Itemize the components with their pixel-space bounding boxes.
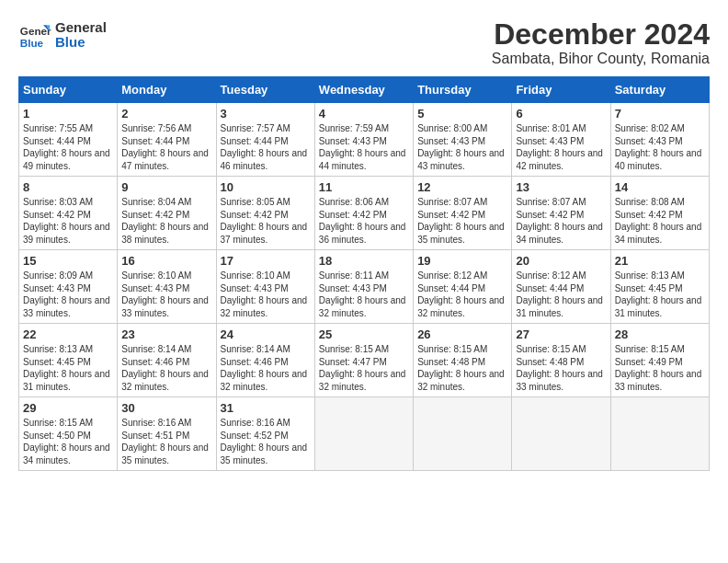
calendar-cell: 10Sunrise: 8:05 AM Sunset: 4:42 PM Dayli… xyxy=(216,177,314,250)
col-header-saturday: Saturday xyxy=(610,77,709,103)
calendar-cell: 26Sunrise: 8:15 AM Sunset: 4:48 PM Dayli… xyxy=(414,324,512,397)
day-number: 25 xyxy=(319,327,409,341)
calendar-cell: 7Sunrise: 8:02 AM Sunset: 4:43 PM Daylig… xyxy=(610,103,709,177)
day-info: Sunrise: 8:15 AM Sunset: 4:48 PM Dayligh… xyxy=(516,343,606,393)
logo-blue: Blue xyxy=(55,35,107,51)
logo: General Blue General Blue xyxy=(18,18,107,52)
day-number: 3 xyxy=(221,107,311,121)
day-info: Sunrise: 7:55 AM Sunset: 4:44 PM Dayligh… xyxy=(23,122,113,172)
day-number: 27 xyxy=(516,327,606,341)
calendar-cell: 17Sunrise: 8:10 AM Sunset: 4:43 PM Dayli… xyxy=(216,250,314,324)
calendar-week-row: 29Sunrise: 8:15 AM Sunset: 4:50 PM Dayli… xyxy=(19,397,710,471)
day-info: Sunrise: 7:57 AM Sunset: 4:44 PM Dayligh… xyxy=(221,122,311,172)
page-header: General Blue General Blue December 2024 … xyxy=(18,18,710,67)
day-number: 28 xyxy=(615,327,705,341)
calendar-cell: 3Sunrise: 7:57 AM Sunset: 4:44 PM Daylig… xyxy=(216,103,314,177)
day-number: 9 xyxy=(121,180,211,194)
day-number: 24 xyxy=(221,327,311,341)
page-subtitle: Sambata, Bihor County, Romania xyxy=(492,51,710,67)
calendar-cell: 29Sunrise: 8:15 AM Sunset: 4:50 PM Dayli… xyxy=(19,397,118,471)
day-info: Sunrise: 8:15 AM Sunset: 4:48 PM Dayligh… xyxy=(417,343,507,393)
col-header-friday: Friday xyxy=(512,77,610,103)
col-header-monday: Monday xyxy=(118,77,216,103)
day-info: Sunrise: 8:05 AM Sunset: 4:42 PM Dayligh… xyxy=(221,196,311,246)
calendar-cell: 27Sunrise: 8:15 AM Sunset: 4:48 PM Dayli… xyxy=(512,324,610,397)
day-info: Sunrise: 7:59 AM Sunset: 4:43 PM Dayligh… xyxy=(319,122,409,172)
day-info: Sunrise: 8:15 AM Sunset: 4:47 PM Dayligh… xyxy=(319,343,409,393)
day-number: 4 xyxy=(319,107,409,121)
day-info: Sunrise: 8:10 AM Sunset: 4:43 PM Dayligh… xyxy=(121,270,211,319)
day-number: 2 xyxy=(121,107,211,121)
calendar-cell: 25Sunrise: 8:15 AM Sunset: 4:47 PM Dayli… xyxy=(314,324,413,397)
day-info: Sunrise: 8:16 AM Sunset: 4:52 PM Dayligh… xyxy=(221,417,311,466)
day-number: 5 xyxy=(417,107,507,121)
day-number: 20 xyxy=(516,254,606,268)
calendar-cell: 23Sunrise: 8:14 AM Sunset: 4:46 PM Dayli… xyxy=(118,324,216,397)
day-number: 31 xyxy=(221,401,311,415)
day-info: Sunrise: 8:16 AM Sunset: 4:51 PM Dayligh… xyxy=(121,417,211,466)
day-number: 26 xyxy=(417,327,507,341)
day-number: 22 xyxy=(23,327,113,341)
day-info: Sunrise: 8:02 AM Sunset: 4:43 PM Dayligh… xyxy=(615,122,705,172)
day-number: 29 xyxy=(23,401,113,415)
day-info: Sunrise: 8:13 AM Sunset: 4:45 PM Dayligh… xyxy=(23,343,113,393)
calendar-cell: 8Sunrise: 8:03 AM Sunset: 4:42 PM Daylig… xyxy=(19,177,118,250)
col-header-tuesday: Tuesday xyxy=(216,77,314,103)
calendar-week-row: 22Sunrise: 8:13 AM Sunset: 4:45 PM Dayli… xyxy=(19,324,710,397)
calendar-cell: 5Sunrise: 8:00 AM Sunset: 4:43 PM Daylig… xyxy=(414,103,512,177)
day-number: 8 xyxy=(23,180,113,194)
day-info: Sunrise: 8:03 AM Sunset: 4:42 PM Dayligh… xyxy=(23,196,113,246)
calendar-header-row: SundayMondayTuesdayWednesdayThursdayFrid… xyxy=(19,77,710,103)
calendar-cell: 4Sunrise: 7:59 AM Sunset: 4:43 PM Daylig… xyxy=(314,103,413,177)
day-number: 7 xyxy=(615,107,705,121)
calendar-cell: 6Sunrise: 8:01 AM Sunset: 4:43 PM Daylig… xyxy=(512,103,610,177)
svg-text:Blue: Blue xyxy=(20,37,44,49)
calendar-cell: 11Sunrise: 8:06 AM Sunset: 4:42 PM Dayli… xyxy=(314,177,413,250)
calendar-cell: 28Sunrise: 8:15 AM Sunset: 4:49 PM Dayli… xyxy=(610,324,709,397)
calendar-cell: 9Sunrise: 8:04 AM Sunset: 4:42 PM Daylig… xyxy=(118,177,216,250)
day-info: Sunrise: 8:15 AM Sunset: 4:50 PM Dayligh… xyxy=(23,417,113,466)
calendar-cell: 18Sunrise: 8:11 AM Sunset: 4:43 PM Dayli… xyxy=(314,250,413,324)
day-info: Sunrise: 8:14 AM Sunset: 4:46 PM Dayligh… xyxy=(121,343,211,393)
day-number: 14 xyxy=(615,180,705,194)
day-number: 15 xyxy=(23,254,113,268)
col-header-sunday: Sunday xyxy=(19,77,118,103)
day-number: 16 xyxy=(121,254,211,268)
calendar-cell: 16Sunrise: 8:10 AM Sunset: 4:43 PM Dayli… xyxy=(118,250,216,324)
calendar-cell: 14Sunrise: 8:08 AM Sunset: 4:42 PM Dayli… xyxy=(610,177,709,250)
calendar-cell: 1Sunrise: 7:55 AM Sunset: 4:44 PM Daylig… xyxy=(19,103,118,177)
page-title: December 2024 xyxy=(492,18,710,51)
calendar-week-row: 8Sunrise: 8:03 AM Sunset: 4:42 PM Daylig… xyxy=(19,177,710,250)
day-info: Sunrise: 8:12 AM Sunset: 4:44 PM Dayligh… xyxy=(417,270,507,319)
calendar-cell: 15Sunrise: 8:09 AM Sunset: 4:43 PM Dayli… xyxy=(19,250,118,324)
day-info: Sunrise: 8:04 AM Sunset: 4:42 PM Dayligh… xyxy=(121,196,211,246)
day-number: 30 xyxy=(121,401,211,415)
calendar-cell: 21Sunrise: 8:13 AM Sunset: 4:45 PM Dayli… xyxy=(610,250,709,324)
col-header-thursday: Thursday xyxy=(414,77,512,103)
day-number: 21 xyxy=(615,254,705,268)
day-number: 10 xyxy=(221,180,311,194)
col-header-wednesday: Wednesday xyxy=(314,77,413,103)
calendar-cell: 12Sunrise: 8:07 AM Sunset: 4:42 PM Dayli… xyxy=(414,177,512,250)
calendar-table: SundayMondayTuesdayWednesdayThursdayFrid… xyxy=(18,76,710,471)
calendar-cell: 20Sunrise: 8:12 AM Sunset: 4:44 PM Dayli… xyxy=(512,250,610,324)
day-info: Sunrise: 8:07 AM Sunset: 4:42 PM Dayligh… xyxy=(417,196,507,246)
day-info: Sunrise: 8:08 AM Sunset: 4:42 PM Dayligh… xyxy=(615,196,705,246)
day-info: Sunrise: 8:10 AM Sunset: 4:43 PM Dayligh… xyxy=(221,270,311,319)
day-number: 1 xyxy=(23,107,113,121)
day-info: Sunrise: 8:15 AM Sunset: 4:49 PM Dayligh… xyxy=(615,343,705,393)
day-number: 23 xyxy=(121,327,211,341)
calendar-cell xyxy=(414,397,512,471)
day-info: Sunrise: 8:09 AM Sunset: 4:43 PM Dayligh… xyxy=(23,270,113,319)
day-info: Sunrise: 8:06 AM Sunset: 4:42 PM Dayligh… xyxy=(319,196,409,246)
calendar-cell: 22Sunrise: 8:13 AM Sunset: 4:45 PM Dayli… xyxy=(19,324,118,397)
calendar-cell: 2Sunrise: 7:56 AM Sunset: 4:44 PM Daylig… xyxy=(118,103,216,177)
calendar-cell xyxy=(610,397,709,471)
title-block: December 2024 Sambata, Bihor County, Rom… xyxy=(492,18,710,67)
day-info: Sunrise: 7:56 AM Sunset: 4:44 PM Dayligh… xyxy=(121,122,211,172)
calendar-cell xyxy=(314,397,413,471)
day-number: 11 xyxy=(319,180,409,194)
logo-icon: General Blue xyxy=(18,18,51,52)
calendar-week-row: 15Sunrise: 8:09 AM Sunset: 4:43 PM Dayli… xyxy=(19,250,710,324)
calendar-cell: 19Sunrise: 8:12 AM Sunset: 4:44 PM Dayli… xyxy=(414,250,512,324)
